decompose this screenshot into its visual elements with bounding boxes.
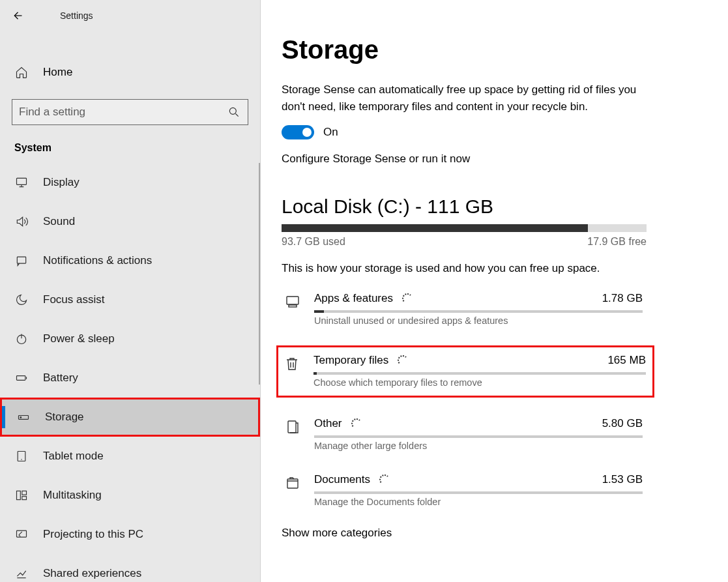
disk-usage-fill xyxy=(282,224,588,232)
back-button[interactable] xyxy=(8,7,26,25)
sidebar-item-sound[interactable]: Sound xyxy=(0,202,260,241)
sidebar-item-projecting[interactable]: Projecting to this PC xyxy=(0,515,260,554)
multitasking-icon xyxy=(14,488,29,502)
svg-rect-14 xyxy=(288,421,296,433)
sidebar-group-header: System xyxy=(0,125,260,163)
disk-header: Local Disk (C:) - 111 GB xyxy=(282,196,702,218)
sidebar-item-label: Projecting to this PC xyxy=(43,528,143,541)
svg-rect-13 xyxy=(289,305,297,307)
sidebar-nav: Display Sound Notifications & actions Fo… xyxy=(0,163,260,582)
sidebar-item-focus-assist[interactable]: Focus assist xyxy=(0,280,260,319)
category-subtext: Manage other large folders xyxy=(314,441,643,451)
home-label: Home xyxy=(43,66,72,79)
other-icon xyxy=(284,418,301,435)
category-name: Temporary files xyxy=(313,354,388,367)
storage-sense-toggle-label: On xyxy=(323,126,338,139)
storage-icon xyxy=(16,410,31,424)
loading-spinner-icon xyxy=(402,293,413,304)
search-icon xyxy=(227,105,241,119)
category-size: 165 MB xyxy=(607,354,646,367)
content-pane: Storage Storage Sense can automatically … xyxy=(261,0,728,582)
sidebar-item-shared-experiences[interactable]: Shared experiences xyxy=(0,554,260,582)
apps-icon xyxy=(284,293,301,310)
titlebar: Settings xyxy=(0,0,260,31)
disk-free-label: 17.9 GB free xyxy=(587,236,647,248)
svg-point-6 xyxy=(20,417,22,418)
storage-sense-toggle[interactable] xyxy=(282,125,314,139)
sidebar-item-multitasking[interactable]: Multitasking xyxy=(0,476,260,515)
search-box[interactable] xyxy=(12,99,248,125)
display-icon xyxy=(14,175,29,190)
sidebar-item-label: Notifications & actions xyxy=(43,254,152,267)
category-apps-features[interactable]: Apps & features 1.78 GB Uninstall unused… xyxy=(282,289,647,328)
sidebar-item-label: Multitasking xyxy=(43,489,102,502)
power-icon xyxy=(14,332,29,346)
sidebar-item-label: Battery xyxy=(43,371,78,385)
svg-rect-1 xyxy=(17,178,27,184)
svg-rect-4 xyxy=(17,376,25,381)
sidebar-item-label: Power & sleep xyxy=(43,332,115,345)
sidebar-item-label: Tablet mode xyxy=(43,450,104,463)
category-size: 5.80 GB xyxy=(602,417,643,430)
sidebar-item-label: Focus assist xyxy=(43,293,104,306)
documents-icon xyxy=(284,474,301,491)
sidebar-item-label: Shared experiences xyxy=(43,567,141,580)
show-more-categories-link[interactable]: Show more categories xyxy=(282,527,392,539)
sidebar-item-label: Display xyxy=(43,176,80,189)
category-bar xyxy=(314,310,643,313)
svg-rect-10 xyxy=(22,497,27,500)
svg-rect-12 xyxy=(287,297,298,304)
category-size: 1.78 GB xyxy=(602,292,643,305)
sound-icon xyxy=(14,214,29,229)
sidebar-item-notifications[interactable]: Notifications & actions xyxy=(0,241,260,280)
shared-icon xyxy=(14,566,29,581)
category-subtext: Manage the Documents folder xyxy=(314,497,643,507)
loading-spinner-icon xyxy=(398,355,408,366)
svg-rect-9 xyxy=(22,491,27,495)
sidebar-item-label: Storage xyxy=(45,411,84,424)
window-title: Settings xyxy=(60,10,93,21)
sidebar-item-home[interactable]: Home xyxy=(0,57,260,87)
projecting-icon xyxy=(14,527,29,542)
category-name: Other xyxy=(314,417,342,430)
category-bar xyxy=(314,435,643,438)
loading-spinner-icon xyxy=(379,474,390,485)
trash-icon xyxy=(284,355,300,372)
storage-sense-toggle-row: On xyxy=(282,125,702,139)
sidebar-item-battery[interactable]: Battery xyxy=(0,358,260,398)
tablet-icon xyxy=(14,449,29,463)
category-other[interactable]: Other 5.80 GB Manage other large folders xyxy=(282,415,647,454)
disk-used-label: 93.7 GB used xyxy=(282,236,345,248)
category-size: 1.53 GB xyxy=(602,473,643,486)
category-subtext: Choose which temporary files to remove xyxy=(313,377,646,388)
notifications-icon xyxy=(14,254,29,268)
storage-sense-description: Storage Sense can automatically free up … xyxy=(282,81,647,115)
svg-rect-2 xyxy=(17,257,25,263)
search-input[interactable] xyxy=(19,106,227,119)
usage-description: This is how your storage is used and how… xyxy=(282,262,702,275)
settings-sidebar: Settings Home System Display Sound Notif… xyxy=(0,0,261,582)
category-temporary-files[interactable]: Temporary files 165 MB Choose which temp… xyxy=(276,345,654,398)
category-documents[interactable]: Documents 1.53 GB Manage the Documents f… xyxy=(282,471,647,510)
battery-icon xyxy=(14,371,29,385)
category-name: Apps & features xyxy=(314,292,393,305)
loading-spinner-icon xyxy=(351,418,362,429)
category-subtext: Uninstall unused or undesired apps & fea… xyxy=(314,315,643,326)
disk-usage-bar xyxy=(282,224,647,232)
svg-rect-11 xyxy=(17,531,27,537)
page-title: Storage xyxy=(282,35,702,65)
disk-labels: 93.7 GB used 17.9 GB free xyxy=(282,236,647,248)
category-bar xyxy=(314,491,643,494)
svg-rect-8 xyxy=(17,491,21,499)
category-name: Documents xyxy=(314,473,370,486)
svg-rect-15 xyxy=(287,479,298,488)
sidebar-item-tablet-mode[interactable]: Tablet mode xyxy=(0,437,260,476)
sidebar-item-label: Sound xyxy=(43,215,75,228)
focus-assist-icon xyxy=(14,293,29,307)
configure-storage-sense-link[interactable]: Configure Storage Sense or run it now xyxy=(282,153,702,166)
sidebar-item-display[interactable]: Display xyxy=(0,163,260,202)
sidebar-item-power-sleep[interactable]: Power & sleep xyxy=(0,319,260,358)
sidebar-item-storage[interactable]: Storage xyxy=(0,398,260,437)
category-bar xyxy=(313,372,646,375)
svg-point-0 xyxy=(229,108,236,114)
